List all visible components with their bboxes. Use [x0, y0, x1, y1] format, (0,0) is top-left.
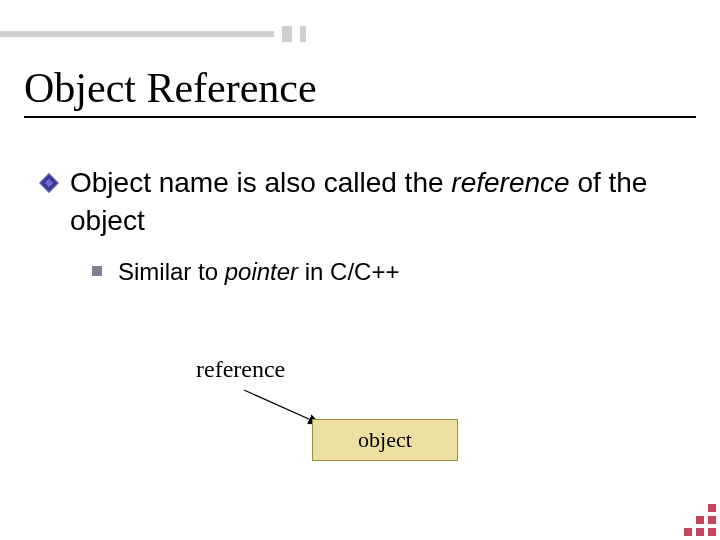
square-bullet-icon — [92, 266, 102, 276]
slide-title: Object Reference — [24, 64, 317, 112]
bullet1-pre: Object name is also called the — [70, 167, 451, 198]
svg-line-1 — [244, 390, 320, 424]
diagram-object-label: object — [358, 427, 412, 453]
title-underline — [24, 116, 696, 118]
diagram-reference-label: reference — [196, 356, 285, 383]
sub1-pre: Similar to — [118, 258, 225, 285]
top-decorative-bar — [0, 26, 720, 42]
bullet-level2: Similar to pointer in C/C++ — [118, 258, 399, 286]
diamond-bullet-icon — [39, 173, 59, 193]
bullet1-em: reference — [451, 167, 569, 198]
corner-decoration-icon — [672, 492, 716, 536]
sub1-post: in C/C++ — [298, 258, 399, 285]
bullet-level1: Object name is also called the reference… — [70, 164, 684, 240]
diagram-object-box: object — [312, 419, 458, 461]
sub1-em: pointer — [225, 258, 298, 285]
